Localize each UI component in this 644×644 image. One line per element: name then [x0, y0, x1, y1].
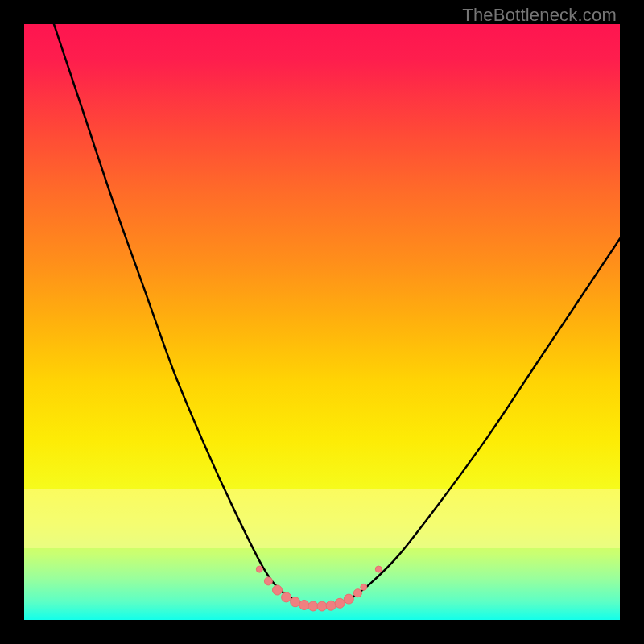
data-marker: [308, 601, 318, 611]
data-marker: [335, 598, 345, 608]
watermark-text: TheBottleneck.com: [462, 5, 617, 26]
data-marker: [353, 589, 361, 597]
data-marker: [291, 597, 300, 607]
data-marker: [361, 584, 367, 590]
curve-right-branch: [346, 238, 620, 601]
data-marker: [299, 601, 309, 610]
chart-frame: TheBottleneck.com: [0, 0, 644, 644]
data-marker: [264, 577, 272, 585]
data-marker: [282, 592, 291, 602]
data-marker: [326, 601, 336, 610]
data-marker: [375, 566, 382, 572]
plot-area: [24, 24, 620, 620]
data-marker: [317, 601, 327, 611]
curve-left-branch: [54, 24, 298, 602]
data-marker: [344, 594, 353, 604]
data-marker: [256, 566, 262, 572]
chart-svg: [24, 24, 620, 620]
data-marker: [273, 585, 283, 595]
